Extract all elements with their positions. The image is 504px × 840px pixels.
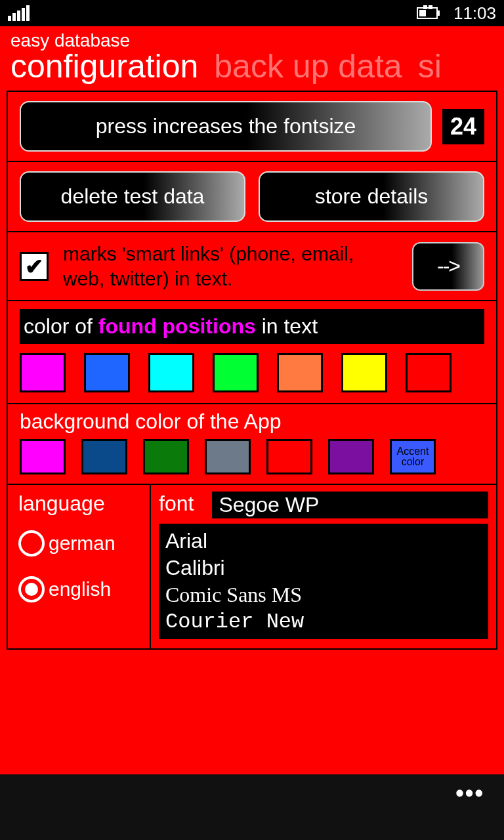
svg-rect-3 [423,5,427,9]
tab-backup[interactable]: back up data [214,47,402,85]
language-option-german[interactable]: german [18,530,142,556]
row-found-color: color of found positions in text [8,301,496,404]
found-color-label: color of found positions in text [20,309,484,344]
radio-icon [18,530,45,556]
row-bg-color: background color of the App Accent color [8,404,496,485]
radio-label: english [49,578,111,600]
check-icon: ✔ [25,253,43,280]
tab-configuration[interactable]: configuration [10,47,198,85]
signal-icon [8,5,30,21]
app-bar: ••• [0,774,504,840]
bg-color-swatch-3[interactable] [205,439,251,474]
radio-icon [18,576,45,602]
battery-icon [417,5,443,22]
row-fontsize: press increases the fontsize 24 [8,92,496,162]
font-title: font [159,492,194,516]
found-color-swatch-3[interactable] [213,353,259,392]
bg-color-swatch-4[interactable] [266,439,312,474]
svg-rect-1 [437,10,440,16]
bg-color-swatch-2[interactable] [143,439,189,474]
tab-si[interactable]: si [418,47,442,85]
smartlinks-label: marks 'smart links' (phone, email, web, … [63,242,398,291]
more-icon[interactable]: ••• [455,774,484,807]
font-list[interactable]: ArialCalibriComic Sans MSCourier New [159,524,488,639]
found-color-swatch-2[interactable] [148,353,194,392]
found-color-swatches [20,350,484,395]
fontsize-value: 24 [442,109,484,144]
font-option-comic-sans-ms[interactable]: Comic Sans MS [165,581,482,608]
clock: 11:03 [453,3,496,24]
row-actions: delete test data store details [8,162,496,232]
config-panel: press increases the fontsize 24 delete t… [7,91,497,650]
found-label-pre: color of [24,314,98,338]
bg-color-swatch-6[interactable]: Accent color [390,439,436,474]
svg-rect-4 [429,5,432,9]
tabs: configuration back up data si [7,47,497,85]
smartlinks-arrow-button[interactable]: --> [412,242,484,291]
increase-fontsize-button[interactable]: press increases the fontsize [20,101,432,152]
found-color-swatch-4[interactable] [277,353,323,392]
status-bar: 11:03 [0,0,504,26]
bg-color-swatch-5[interactable] [328,439,374,474]
store-details-button[interactable]: store details [259,171,484,222]
delete-test-data-button[interactable]: delete test data [20,171,245,222]
main-area: easy database configuration back up data… [0,26,504,774]
svg-rect-2 [419,10,426,16]
font-option-courier-new[interactable]: Courier New [165,608,482,635]
font-column: font Segoe WP ArialCalibriComic Sans MSC… [151,485,496,648]
found-label-post: in text [256,314,318,338]
row-smartlinks: ✔ marks 'smart links' (phone, email, web… [8,232,496,301]
row-lang-font: language germanenglish font Segoe WP Ari… [8,485,496,648]
font-option-arial[interactable]: Arial [165,528,482,555]
radio-label: german [49,532,116,555]
font-option-calibri[interactable]: Calibri [165,555,482,581]
language-column: language germanenglish [8,485,151,648]
language-option-english[interactable]: english [18,576,142,602]
found-color-swatch-0[interactable] [20,353,66,392]
found-color-swatch-6[interactable] [406,353,452,392]
bg-color-label: background color of the App [20,410,484,434]
found-label-highlight: found positions [98,314,256,338]
bg-color-swatch-1[interactable] [81,439,127,474]
bg-color-swatch-0[interactable] [20,439,66,474]
found-color-swatch-1[interactable] [84,353,130,392]
smartlinks-checkbox[interactable]: ✔ [20,252,49,281]
font-selected[interactable]: Segoe WP [212,492,488,518]
found-color-swatch-5[interactable] [341,353,387,392]
language-title: language [18,492,142,516]
bg-color-swatches: Accent color [20,439,484,474]
